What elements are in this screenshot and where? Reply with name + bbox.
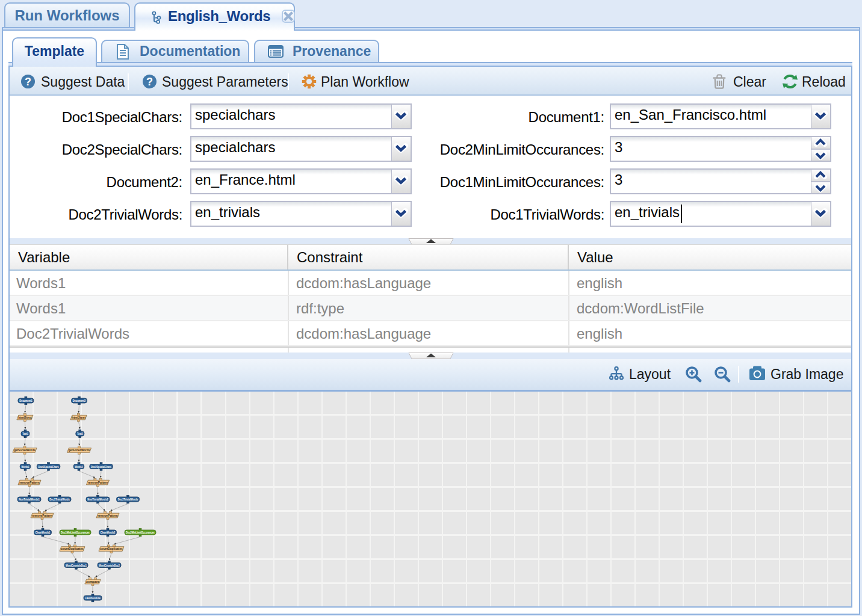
- svg-text:Words1: Words1: [22, 465, 29, 469]
- svg-text:NonTrivialWords2: NonTrivialWords2: [87, 497, 108, 501]
- svg-text:Document2: Document2: [73, 399, 86, 402]
- svg-text:html2text: html2text: [72, 416, 85, 419]
- svg-text:getSortedWords: getSortedWords: [69, 448, 90, 452]
- svg-text:Doc1TrivialWords: Doc1TrivialWords: [49, 497, 70, 501]
- svg-text:CleanWords2: CleanWords2: [101, 531, 116, 534]
- svg-text:Words2: Words2: [75, 465, 83, 469]
- svg-text:Doc2SpecialChars: Doc2SpecialChars: [91, 465, 111, 469]
- svg-text:CleanWords1: CleanWords1: [36, 531, 51, 534]
- svg-text:countDuplicates: countDuplicates: [61, 547, 84, 550]
- svg-text:Doc2MinLimitOccurances: Doc2MinLimitOccurances: [126, 531, 155, 534]
- svg-text:removePattern: removePattern: [88, 481, 108, 484]
- svg-text:Text1: Text1: [22, 432, 28, 436]
- svg-text:removePattern: removePattern: [19, 481, 40, 484]
- svg-text:NonTrivialWords1: NonTrivialWords1: [19, 497, 40, 501]
- svg-text:removePattern: removePattern: [98, 514, 118, 517]
- svg-text:Text2: Text2: [77, 432, 83, 436]
- svg-text:Document1: Document1: [19, 399, 33, 402]
- svg-text:Doc2TrivialWords: Doc2TrivialWords: [118, 497, 138, 501]
- svg-text:LikelihoodFile: LikelihoodFile: [85, 596, 101, 600]
- svg-text:Doc1SpecialChars: Doc1SpecialChars: [39, 465, 59, 469]
- svg-text:removePattern: removePattern: [32, 514, 52, 517]
- svg-text:Doc1MinLimitOccurances: Doc1MinLimitOccurances: [61, 531, 90, 534]
- svg-text:WordCountsInDoc2: WordCountsInDoc2: [99, 564, 120, 567]
- svg-text:html2text: html2text: [18, 416, 32, 419]
- svg-text:getSortedWords: getSortedWords: [14, 448, 36, 452]
- svg-text:compare: compare: [86, 580, 99, 584]
- svg-text:WordCountsInDoc1: WordCountsInDoc1: [66, 564, 87, 567]
- svg-text:countDuplicates: countDuplicates: [100, 547, 123, 550]
